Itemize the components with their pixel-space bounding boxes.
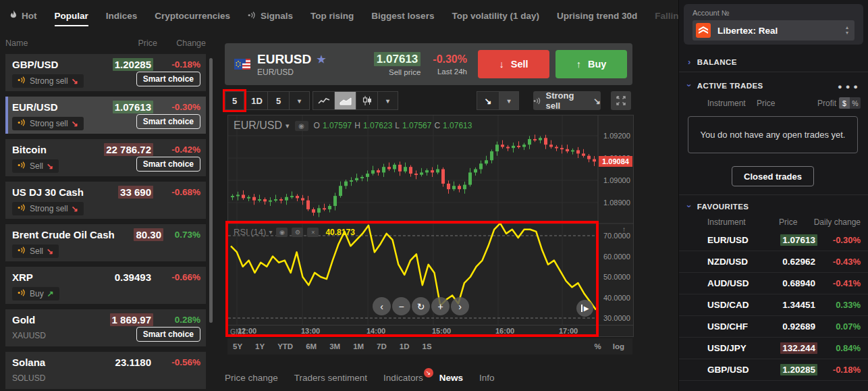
rsi-eye-icon[interactable]: ◉ — [276, 228, 288, 237]
favourite-row[interactable]: NZD/USD0.62962-0.43% — [679, 251, 868, 273]
watchlist-row[interactable]: US DJ 30 Cash33 690-0.68%Strong sell↘ — [5, 182, 206, 219]
rsi-settings-gear-icon[interactable]: ⚙ — [292, 228, 303, 237]
favourite-row[interactable]: EUR/USD1.07613-0.30% — [679, 230, 868, 251]
range-button-ytd[interactable]: YTD — [277, 342, 293, 350]
watchlist-row[interactable]: Brent Crude Oil Cash80.300.73%Sell↘ — [5, 224, 206, 261]
range-button-1m[interactable]: 1M — [353, 342, 364, 350]
smart-choice-button[interactable]: Smart choice — [136, 72, 200, 86]
eye-icon[interactable]: ◉ — [295, 121, 308, 131]
favourite-row[interactable]: USD/CHF0.926890.07% — [679, 316, 868, 338]
watchlist-row[interactable]: Solana23.1180-0.56%SOLUSD — [5, 352, 206, 389]
nav-item-top-rising[interactable]: Top rising — [310, 1, 354, 30]
area-chart-type-button[interactable] — [334, 91, 356, 110]
trend-direction-button[interactable]: ↘ — [477, 91, 499, 110]
toggle-percent[interactable]: % — [850, 97, 861, 109]
time-tick[interactable]: 17:00 — [559, 327, 578, 335]
range-button-1y[interactable]: 1Y — [255, 342, 265, 350]
timeframe-5-value-button[interactable]: 5 — [267, 91, 290, 110]
signal-badge[interactable]: Strong sell↘ — [12, 202, 84, 215]
favourite-row[interactable]: AUD/USD0.68940-0.41% — [679, 273, 868, 294]
watchlist-row[interactable]: Bitcoin22 786.72-0.42%Sell↘Smart choice — [5, 139, 206, 176]
active-trades-section-header[interactable]: › ACTIVE TRADES — [688, 80, 763, 90]
signal-badge[interactable]: Strong sell↘ — [12, 117, 84, 130]
timeframe-dropdown-button[interactable]: ▾ — [289, 91, 310, 110]
pan-right-button[interactable]: › — [451, 297, 469, 315]
range-button-3m[interactable]: 3M — [329, 342, 340, 350]
time-tick[interactable]: 16:00 — [495, 327, 514, 335]
zoom-out-button[interactable]: − — [392, 297, 410, 315]
range-button-7d[interactable]: 7D — [377, 342, 387, 350]
timeframe-5-button[interactable]: 5 — [225, 91, 244, 110]
instrument-price: 23.1180 — [91, 357, 153, 368]
tab-indicators[interactable]: Indicators↘ — [383, 373, 423, 383]
timeframe-1d-button[interactable]: 1D — [246, 91, 268, 110]
line-chart-type-button[interactable] — [313, 91, 335, 110]
time-tick[interactable]: 14:00 — [367, 327, 385, 335]
tab-traders-sentiment[interactable]: Traders sentiment — [294, 373, 367, 383]
range-button-5y[interactable]: 5Y — [233, 342, 242, 350]
watchlist-row[interactable]: Gold1 869.970.28%XAUUSDSmart choice — [5, 309, 206, 346]
signal-badge[interactable]: Sell↘ — [12, 159, 59, 173]
price-value: 0.39493 — [113, 271, 153, 284]
go-to-latest-button[interactable]: ▶ — [576, 300, 593, 317]
nav-item-indices[interactable]: Indices — [106, 1, 138, 30]
smart-choice-button[interactable]: Smart choice — [136, 157, 200, 172]
balance-section-header[interactable]: › BALANCE — [688, 57, 737, 67]
chart-symbol-dropdown[interactable]: EUR/USD▾ — [234, 120, 290, 132]
nav-item-top-volatility-1-day-[interactable]: Top volatility (1 day) — [452, 1, 539, 30]
nav-item-signals[interactable]: Signals — [248, 1, 293, 30]
scale-button-percent[interactable]: % — [595, 342, 601, 350]
nav-item-biggest-losers[interactable]: Biggest losers — [371, 1, 434, 30]
watchlist-scrollbar[interactable] — [209, 58, 213, 323]
watchlist-row[interactable]: EUR/USD1.07613-0.30%Strong sell↘Smart ch… — [5, 97, 206, 134]
signal-strong-sell-button[interactable]: Strong sell ↘ — [533, 91, 601, 110]
watchlist-row[interactable]: GBP/USD1.20285-0.18%Strong sell↘Smart ch… — [5, 54, 206, 91]
favourite-row[interactable]: USD/CAD1.344510.33% — [679, 294, 868, 316]
closed-trades-button[interactable]: Closed trades — [732, 166, 814, 186]
smart-choice-button[interactable]: Smart choice — [136, 327, 200, 342]
range-button-6m[interactable]: 6M — [306, 342, 317, 350]
favourites-section-header[interactable]: › FAVOURITES — [688, 201, 749, 211]
smart-choice-button[interactable]: Smart choice — [136, 114, 200, 129]
tab-price-change[interactable]: Price change — [225, 373, 278, 383]
favourite-row[interactable]: GBP/USD1.20285-0.18% — [679, 359, 868, 381]
chart-type-dropdown-button[interactable]: ▾ — [377, 91, 398, 110]
range-button-1d[interactable]: 1D — [400, 342, 410, 350]
buy-button[interactable]: ↑ Buy — [555, 50, 627, 78]
nav-item-popular[interactable]: Popular — [55, 1, 88, 30]
account-select[interactable]: Libertex: Real ▴▾ — [693, 20, 855, 41]
scroll-up-icon[interactable]: ↑ — [622, 226, 626, 233]
nav-item-cryptocurrencies[interactable]: Cryptocurrencies — [155, 1, 230, 30]
reset-zoom-button[interactable]: ↻ — [412, 297, 430, 315]
signal-badge[interactable]: Strong sell↘ — [12, 74, 84, 88]
watchlist-row[interactable]: XRP0.39493-0.66%Buy↗ — [5, 267, 206, 304]
signal-badge[interactable]: Buy↗ — [12, 287, 59, 301]
pan-left-button[interactable]: ‹ — [373, 297, 391, 315]
nav-item-hot[interactable]: Hot — [9, 1, 37, 31]
toggle-dollar[interactable]: $ — [839, 97, 850, 109]
active-trades-more-icon[interactable]: ● ● ● — [838, 82, 859, 90]
time-tick[interactable]: 12:00 — [238, 327, 256, 335]
watchlist-row-line1: Brent Crude Oil Cash80.300.73% — [12, 229, 200, 240]
time-tick[interactable]: 13:00 — [301, 327, 320, 335]
trend-dropdown-button[interactable]: ▾ — [499, 91, 519, 110]
rsi-close-icon[interactable]: × — [307, 228, 319, 237]
tab-news[interactable]: News — [439, 373, 463, 383]
time-tick[interactable]: 15:00 — [432, 327, 451, 335]
candlestick-chart-type-button[interactable] — [356, 91, 378, 110]
tab-info[interactable]: Info — [479, 373, 495, 383]
scale-button-log[interactable]: log — [613, 342, 624, 350]
profit-unit-toggle[interactable]: $ % — [839, 97, 861, 109]
favourite-star-icon[interactable]: ★ — [317, 53, 325, 66]
instrument-change: -0.66% — [153, 272, 200, 282]
range-button-1s[interactable]: 1S — [423, 342, 432, 350]
account-spinner-icons[interactable]: ▴▾ — [840, 25, 855, 36]
zoom-in-button[interactable]: + — [431, 297, 450, 315]
rsi-dropdown[interactable]: RSI (14)▾ — [234, 227, 272, 237]
fullscreen-button[interactable] — [611, 91, 631, 110]
sell-button[interactable]: ↓ Sell — [478, 50, 549, 78]
signal-badge[interactable]: Sell↘ — [12, 244, 59, 258]
favourite-row[interactable]: USD/JPY132.2440.84% — [679, 338, 868, 359]
chart-area[interactable]: EUR/USD▾ ◉ O1.07597 H1.07623 L1.07567 C1… — [227, 115, 634, 337]
nav-item-uprising-trend-30d[interactable]: Uprising trend 30d — [557, 1, 637, 30]
